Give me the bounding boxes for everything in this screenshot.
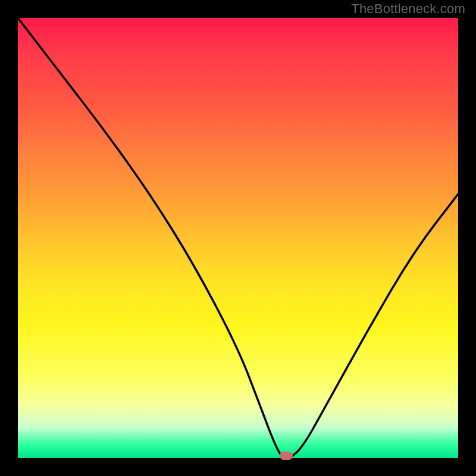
chart-frame: TheBottleneck.com bbox=[0, 0, 476, 476]
curve-layer bbox=[18, 18, 458, 458]
plot-area bbox=[18, 18, 458, 458]
bottleneck-curve bbox=[18, 18, 458, 458]
watermark-text: TheBottleneck.com bbox=[351, 1, 465, 17]
optimal-marker bbox=[280, 452, 293, 460]
